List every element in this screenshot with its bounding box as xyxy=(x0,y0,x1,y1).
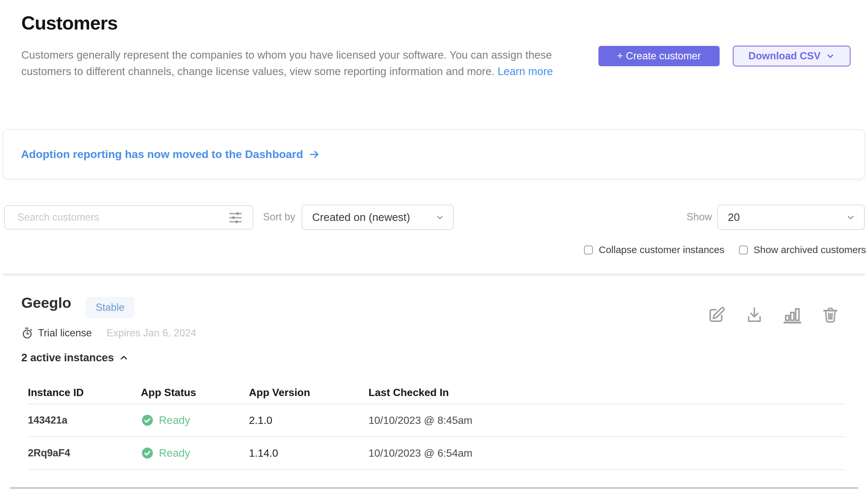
license-expiry: Expires Jan 6, 2024 xyxy=(106,327,196,339)
bar-chart-icon xyxy=(783,306,802,325)
stopwatch-icon xyxy=(21,327,33,339)
sort-select-value: Created on (newest) xyxy=(312,211,410,224)
instance-table: Instance ID App Status App Version Last … xyxy=(28,381,845,470)
download-customer-button[interactable] xyxy=(745,306,764,325)
channel-badge: Stable xyxy=(86,297,134,318)
col-app-version: App Version xyxy=(249,386,368,399)
edit-icon xyxy=(707,306,725,324)
license-type: Trial license xyxy=(38,327,92,339)
customers-page: Customers Customers generally represent … xyxy=(0,0,868,497)
page-description: Customers generally represent the compan… xyxy=(21,47,578,80)
col-instance-id: Instance ID xyxy=(28,386,141,399)
collapse-instances-checkbox-group[interactable]: Collapse customer instances xyxy=(584,244,724,255)
filter-sliders-icon[interactable] xyxy=(227,209,244,226)
check-circle-icon xyxy=(141,446,154,460)
show-archived-label: Show archived customers xyxy=(754,244,866,255)
list-options-row: Collapse customer instances Show archive… xyxy=(584,244,866,255)
app-version: 1.14.0 xyxy=(249,447,368,459)
col-last-checked-in: Last Checked In xyxy=(368,386,845,399)
create-customer-button[interactable]: + Create customer xyxy=(599,46,720,66)
search-customers-wrap xyxy=(4,205,253,229)
adoption-banner: Adoption reporting has now moved to the … xyxy=(3,129,865,179)
check-circle-icon xyxy=(141,414,154,427)
customer-actions xyxy=(707,306,840,325)
last-checked-in: 10/10/2023 @ 8:45am xyxy=(368,414,845,427)
download-csv-label: Download CSV xyxy=(748,50,821,62)
section-divider xyxy=(3,274,865,275)
learn-more-link[interactable]: Learn more xyxy=(498,65,553,77)
chevron-down-icon xyxy=(435,213,444,222)
instance-id: 2Rq9aF4 xyxy=(28,447,141,459)
app-status-label: Ready xyxy=(159,447,190,459)
license-row: Trial license Expires Jan 6, 2024 xyxy=(21,327,196,339)
show-archived-checkbox-group[interactable]: Show archived customers xyxy=(739,244,866,255)
show-archived-checkbox[interactable] xyxy=(739,245,748,254)
collapse-instances-checkbox[interactable] xyxy=(584,245,593,254)
chevron-up-icon xyxy=(119,352,129,363)
page-title: Customers xyxy=(21,12,118,34)
adoption-banner-link[interactable]: Adoption reporting has now moved to the … xyxy=(21,148,320,161)
search-customers-input[interactable] xyxy=(4,205,253,229)
sort-select[interactable]: Created on (newest) xyxy=(302,204,454,230)
collapse-instances-label: Collapse customer instances xyxy=(599,244,724,255)
chevron-down-icon xyxy=(826,52,835,61)
last-checked-in: 10/10/2023 @ 6:54am xyxy=(368,447,845,459)
table-row[interactable]: 143421a Ready 2.1.0 10/10/2023 @ 8:45am xyxy=(28,404,845,437)
trash-icon xyxy=(822,306,839,324)
app-status: Ready xyxy=(141,446,249,460)
edit-customer-button[interactable] xyxy=(707,306,726,325)
page-description-text: Customers generally represent the compan… xyxy=(21,49,552,77)
table-row[interactable]: 2Rq9aF4 Ready 1.14.0 10/10/2023 @ 6:54am xyxy=(28,437,845,470)
instance-id: 143421a xyxy=(28,414,141,426)
app-status: Ready xyxy=(141,414,249,427)
chevron-down-icon xyxy=(846,212,856,222)
reporting-button[interactable] xyxy=(783,306,802,325)
adoption-banner-text: Adoption reporting has now moved to the … xyxy=(21,148,303,161)
app-status-label: Ready xyxy=(159,414,190,427)
download-csv-button[interactable]: Download CSV xyxy=(733,45,851,67)
customer-name[interactable]: Geeglo xyxy=(21,294,71,311)
app-version: 2.1.0 xyxy=(249,414,368,427)
show-select[interactable]: 20 xyxy=(717,204,865,230)
show-select-value: 20 xyxy=(728,211,740,224)
arrow-right-icon xyxy=(308,148,320,160)
instance-table-header: Instance ID App Status App Version Last … xyxy=(28,381,845,404)
card-divider xyxy=(10,487,858,489)
show-label: Show xyxy=(687,211,712,223)
sort-by-label: Sort by xyxy=(263,211,295,223)
delete-customer-button[interactable] xyxy=(821,306,840,325)
col-app-status: App Status xyxy=(141,386,249,399)
instances-toggle-label: 2 active instances xyxy=(21,352,114,364)
instances-toggle[interactable]: 2 active instances xyxy=(21,352,129,364)
download-icon xyxy=(745,306,764,324)
